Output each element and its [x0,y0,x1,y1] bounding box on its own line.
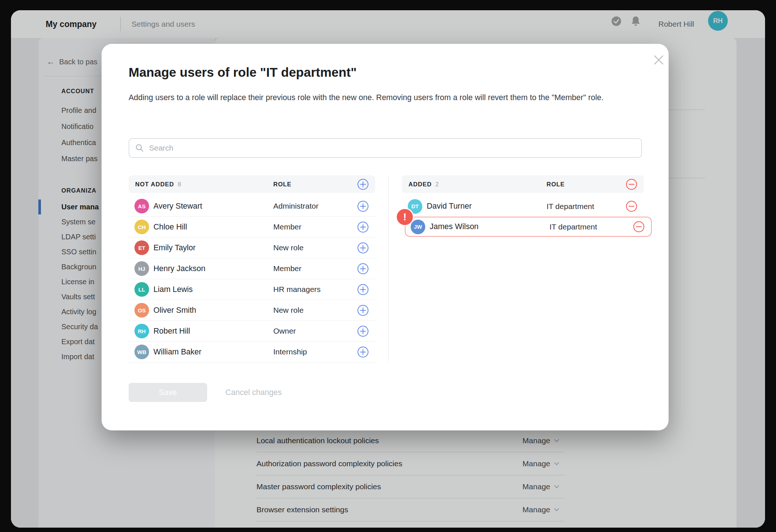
save-button[interactable]: Save [129,383,207,402]
avatar: JW [411,220,425,234]
avatar: AS [134,199,149,213]
user-row[interactable]: HJ Henry Jackson Member [129,258,375,279]
add-user-icon[interactable] [354,221,372,233]
user-role: Member [273,223,350,231]
add-user-icon[interactable] [354,242,372,254]
not-added-header: NOT ADDED8 ROLE [129,175,375,193]
avatar: OS [134,303,149,318]
user-role: New role [273,243,350,252]
add-user-icon[interactable] [354,326,372,337]
search-icon [135,144,144,152]
avatar: HJ [134,261,149,276]
search-input[interactable] [148,143,635,153]
avatar: ET [134,240,149,255]
remove-all-icon[interactable] [623,179,640,190]
user-name: James Wilson [430,222,545,231]
modal-description: Adding users to a role will replace thei… [129,91,643,104]
added-column: ADDED2 ROLE ! DT David Turner IT departm… [402,175,644,237]
avatar: CH [134,220,149,234]
added-label: ADDED2 [408,181,542,188]
user-name: Oliver Smith [153,306,269,315]
user-name: Liam Lewis [153,285,269,294]
avatar: LL [134,282,149,297]
add-user-icon[interactable] [354,201,372,212]
user-role: Member [273,264,350,273]
user-name: Chloe Hill [153,223,269,232]
remove-user-icon[interactable] [630,221,647,232]
not-added-rows: AS Avery Stewart Administrator CH Chloe … [129,196,375,362]
not-added-count: 8 [178,181,181,187]
user-role: HR managers [273,285,350,294]
user-role: Administrator [273,202,350,210]
added-count: 2 [435,181,439,187]
added-header: ADDED2 ROLE [402,175,644,193]
role-column-header: ROLE [273,181,350,188]
user-role: IT department [547,202,618,211]
avatar: RH [134,324,149,338]
user-role: New role [273,306,350,315]
user-row[interactable]: LL Liam Lewis HR managers [129,279,375,300]
user-name: Henry Jackson [153,264,269,273]
not-added-label: NOT ADDED8 [135,181,269,188]
user-row[interactable]: RH Robert Hill Owner [129,321,375,342]
user-role: IT department [549,223,625,231]
role-column-header: ROLE [547,181,618,188]
user-row[interactable]: CH Chloe Hill Member [129,217,375,238]
user-row[interactable]: OS Oliver Smith New role [129,300,375,321]
manage-users-modal: Manage users of role "IT department" Add… [102,44,669,430]
close-icon[interactable] [651,53,666,67]
user-role: Owner [273,327,350,335]
add-user-icon[interactable] [354,305,372,316]
modal-title: Manage users of role "IT department" [129,65,357,80]
alert-badge: ! [396,208,414,226]
add-user-icon[interactable] [354,263,372,274]
user-name: Emily Taylor [153,243,269,252]
added-rows: ! DT David Turner IT department ! JW Jam… [402,196,644,237]
columns-divider [388,175,389,362]
user-name: Robert Hill [153,327,269,336]
user-row[interactable]: WB William Baker Internship [129,342,375,362]
user-role: Internship [273,347,350,356]
add-all-icon[interactable] [354,179,372,190]
cancel-changes-button[interactable]: Cancel changes [225,383,282,402]
add-user-icon[interactable] [354,284,372,295]
remove-user-icon[interactable] [623,201,640,212]
search-box [129,138,642,158]
user-row[interactable]: ET Emily Taylor New role [129,238,375,258]
add-user-icon[interactable] [354,346,372,358]
user-row[interactable]: ! DT David Turner IT department [402,196,644,217]
user-name: Avery Stewart [153,202,269,211]
not-added-column: NOT ADDED8 ROLE AS Avery Stewart Adminis… [129,175,375,362]
user-name: David Turner [427,202,542,211]
user-name: William Baker [153,347,269,357]
user-row[interactable]: ! JW James Wilson IT department [405,217,652,237]
user-row[interactable]: AS Avery Stewart Administrator [129,196,375,217]
avatar: WB [134,345,149,359]
